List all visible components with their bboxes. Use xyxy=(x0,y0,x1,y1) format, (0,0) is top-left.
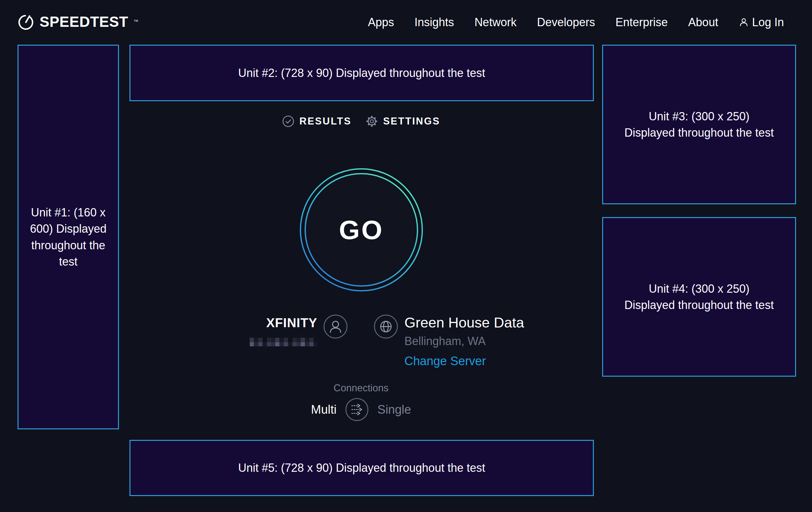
ad-unit-5-text: Unit #5: (728 x 90) Displayed throughout… xyxy=(238,460,485,476)
tab-settings-label: SETTINGS xyxy=(383,115,440,127)
connection-mode-multi[interactable]: Multi xyxy=(311,403,337,416)
server-name: Green House Data xyxy=(404,315,524,331)
speedtest-logo[interactable]: SPEEDTEST ™ xyxy=(17,13,138,31)
nav-item-apps[interactable]: Apps xyxy=(368,15,394,30)
speedtest-page: { "header": { "logo_text": "SPEEDTEST", … xyxy=(0,0,812,512)
server-info: Green House Data Bellingham, WA Change S… xyxy=(404,315,524,368)
nav-item-enterprise[interactable]: Enterprise xyxy=(615,15,668,30)
tab-results-label: RESULTS xyxy=(299,115,351,127)
change-server-link[interactable]: Change Server xyxy=(404,354,486,368)
ad-unit-2-text: Unit #2: (728 x 90) Displayed throughout… xyxy=(238,65,485,81)
tab-results[interactable]: RESULTS xyxy=(282,115,351,128)
multi-connection-icon xyxy=(352,404,362,415)
logo-text: SPEEDTEST xyxy=(39,13,128,31)
go-button-label: GO xyxy=(298,167,425,293)
login-button[interactable]: Log In xyxy=(738,15,784,30)
speedometer-logo-icon xyxy=(17,13,34,30)
ad-unit-4-text: Unit #4: (300 x 250) Displayed throughou… xyxy=(622,280,776,313)
login-label: Log In xyxy=(752,15,784,30)
logo-trademark: ™ xyxy=(133,19,138,25)
top-navigation: Apps Insights Network Developers Enterpr… xyxy=(368,15,784,30)
isp-name: XFINITY xyxy=(266,315,317,330)
isp-details-redacted xyxy=(250,338,317,346)
ad-unit-3-text: Unit #3: (300 x 250) Displayed throughou… xyxy=(622,108,776,141)
tab-settings[interactable]: SETTINGS xyxy=(366,115,440,128)
user-icon xyxy=(738,17,749,27)
nav-item-developers[interactable]: Developers xyxy=(537,15,595,30)
connections-label: Connections xyxy=(334,382,388,394)
check-circle-icon xyxy=(282,115,295,128)
go-button[interactable]: GO xyxy=(298,167,425,293)
nav-item-insights[interactable]: Insights xyxy=(415,15,454,30)
nav-item-network[interactable]: Network xyxy=(474,15,517,30)
ad-unit-3-rectangle[interactable]: Unit #3: (300 x 250) Displayed throughou… xyxy=(602,45,796,204)
ad-unit-1-skyscraper[interactable]: Unit #1: (160 x 600) Displayed throughou… xyxy=(18,45,119,429)
isp-info: XFINITY xyxy=(250,315,317,346)
server-globe-icon[interactable] xyxy=(373,314,399,339)
connection-mode-toggle[interactable] xyxy=(345,397,369,422)
ad-unit-4-rectangle[interactable]: Unit #4: (300 x 250) Displayed throughou… xyxy=(602,217,796,377)
ad-unit-1-text: Unit #1: (160 x 600) Displayed throughou… xyxy=(29,204,107,269)
results-settings-tabs: RESULTS SETTINGS xyxy=(282,115,440,128)
connections-toggle-row: Multi Single xyxy=(311,397,411,422)
server-location: Bellingham, WA xyxy=(404,334,486,348)
ad-unit-5-leaderboard[interactable]: Unit #5: (728 x 90) Displayed throughout… xyxy=(129,440,594,496)
isp-avatar-icon[interactable] xyxy=(323,314,348,339)
nav-item-about[interactable]: About xyxy=(688,15,718,30)
connection-mode-single[interactable]: Single xyxy=(377,403,411,416)
gear-icon xyxy=(366,115,378,128)
ad-unit-2-leaderboard[interactable]: Unit #2: (728 x 90) Displayed throughout… xyxy=(129,45,594,101)
